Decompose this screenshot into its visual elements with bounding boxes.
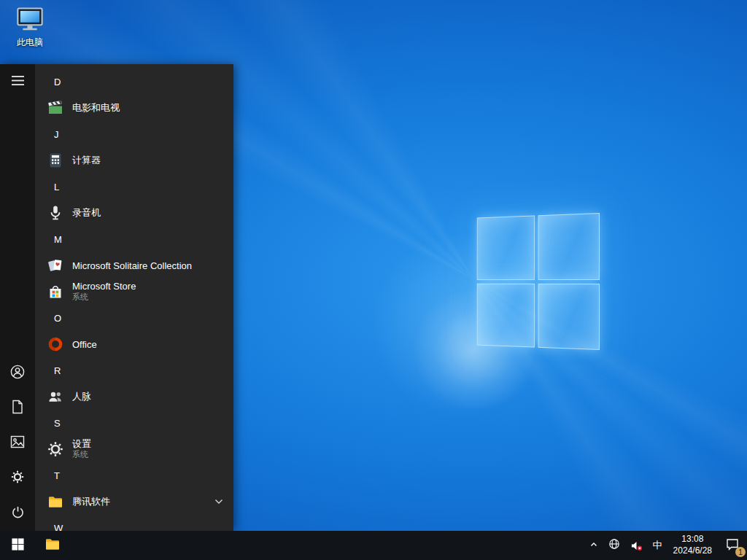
chevron-down-icon [214, 499, 223, 505]
windows-logo-pane [477, 215, 535, 279]
store-icon [47, 283, 64, 300]
ime-indicator[interactable]: 中 [648, 531, 667, 560]
system-tray: 中 13:08 2024/6/28 1 [584, 531, 747, 560]
expand-menu-button[interactable] [0, 64, 35, 99]
pictures-button[interactable] [0, 426, 35, 461]
app-label: Microsoft Solitaire Collection [72, 260, 192, 271]
taskbar: 中 13:08 2024/6/28 1 [0, 531, 747, 560]
app-sublabel: 系统 [72, 450, 91, 459]
power-icon [11, 505, 25, 522]
app-item-people[interactable]: 人脉 [35, 384, 233, 410]
section-letter-j[interactable]: J [35, 121, 233, 147]
calculator-icon [47, 152, 64, 169]
windows-logo-pane [538, 283, 600, 350]
file-explorer-button[interactable] [35, 531, 70, 560]
settings-button[interactable] [0, 461, 35, 496]
app-item-office[interactable]: Office [35, 331, 233, 357]
app-item-voice-recorder[interactable]: 录音机 [35, 200, 233, 226]
settings-icon [47, 440, 64, 458]
section-letter-r[interactable]: R [35, 357, 233, 384]
gear-icon [10, 470, 25, 487]
windows-logo-pane [477, 283, 535, 347]
documents-button[interactable] [0, 391, 35, 426]
this-pc-label: 此电脑 [17, 36, 43, 49]
section-letter-w[interactable]: W [35, 515, 233, 531]
app-sublabel: 系统 [72, 292, 136, 302]
clock[interactable]: 13:08 2024/6/28 [667, 534, 718, 556]
section-letter-d[interactable]: D [35, 69, 233, 95]
hamburger-icon [12, 75, 24, 88]
notification-badge: 1 [735, 547, 746, 557]
user-account-button[interactable] [0, 356, 35, 391]
start-rail [0, 64, 35, 531]
file-explorer-icon [44, 535, 61, 556]
app-label: 设置 [72, 439, 91, 450]
this-pc-icon[interactable]: 此电脑 [7, 6, 53, 49]
app-label: Microsoft Store [72, 281, 136, 292]
office-icon [47, 335, 64, 353]
desktop: 此电脑 [0, 0, 747, 560]
power-button[interactable] [0, 496, 35, 531]
app-item-calculator[interactable]: 计算器 [35, 147, 233, 174]
action-center-button[interactable]: 1 [718, 531, 747, 560]
app-label: 计算器 [72, 154, 101, 167]
clock-time: 13:08 [673, 534, 712, 545]
app-item-movies-tv[interactable]: 电影和电视 [35, 95, 233, 121]
computer-icon [15, 6, 45, 35]
app-label: Office [72, 339, 97, 350]
section-letter-l[interactable]: L [35, 174, 233, 200]
globe-icon [608, 538, 620, 553]
app-label: 电影和电视 [72, 101, 120, 114]
app-label: 人脉 [72, 390, 91, 403]
speaker-muted-icon [630, 540, 643, 551]
section-letter-m[interactable]: M [35, 226, 233, 252]
windows-logo [477, 213, 600, 350]
app-item-microsoft-store[interactable]: Microsoft Store 系统 [35, 279, 233, 305]
solitaire-icon [47, 257, 64, 274]
app-label: 腾讯软件 [72, 495, 110, 508]
app-item-solitaire[interactable]: Microsoft Solitaire Collection [35, 252, 233, 279]
app-label: 录音机 [72, 206, 101, 219]
tray-overflow-button[interactable] [584, 531, 603, 560]
pictures-icon [10, 435, 25, 451]
app-item-tencent-folder[interactable]: 腾讯软件 [35, 489, 233, 515]
document-icon [11, 400, 24, 417]
chevron-up-icon [589, 539, 598, 552]
windows-start-icon [12, 538, 24, 553]
network-button[interactable] [603, 531, 625, 560]
movies-tv-icon [47, 99, 64, 117]
start-menu: D 电影和电视 J [0, 64, 233, 531]
clock-date: 2024/6/28 [673, 545, 712, 557]
start-app-list: D 电影和电视 J [35, 64, 233, 531]
section-letter-o[interactable]: O [35, 305, 233, 331]
section-letter-s[interactable]: S [35, 410, 233, 436]
folder-icon [47, 493, 64, 510]
volume-button[interactable] [625, 531, 648, 560]
start-button[interactable] [0, 531, 35, 560]
user-icon [10, 365, 25, 382]
section-letter-t[interactable]: T [35, 462, 233, 489]
app-item-settings[interactable]: 设置 系统 [35, 436, 233, 462]
people-icon [47, 388, 64, 405]
voice-recorder-icon [47, 204, 64, 222]
windows-logo-pane [538, 213, 600, 280]
